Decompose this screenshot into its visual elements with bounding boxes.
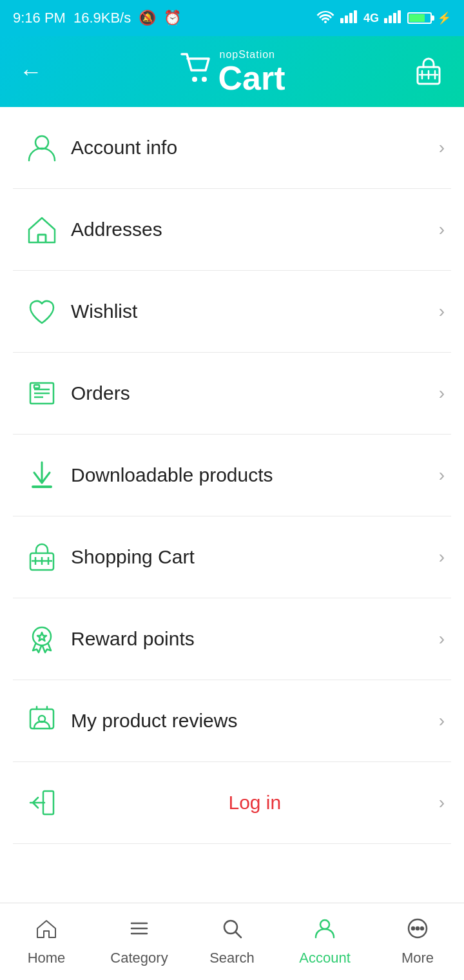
svg-rect-21 — [34, 385, 39, 388]
svg-line-36 — [236, 932, 241, 937]
wishlist-label: Wishlist — [71, 300, 439, 322]
svg-rect-16 — [38, 235, 46, 242]
chevron-right-icon: › — [439, 137, 445, 158]
menu-item-login[interactable]: Log in › — [13, 762, 451, 844]
speed: 16.9KB/s — [73, 10, 131, 26]
svg-rect-22 — [32, 485, 52, 488]
heart-icon — [19, 289, 64, 334]
downloadable-products-label: Downloadable products — [71, 464, 439, 486]
signal-icon — [340, 9, 358, 27]
basket-icon — [19, 534, 64, 580]
account-nav-label: Account — [299, 950, 351, 966]
header-cart-button[interactable] — [412, 55, 445, 88]
status-bar: 9:16 PM 16.9KB/s 🔕 ⏰ 4G — [0, 0, 464, 36]
wifi-icon — [316, 9, 335, 27]
menu-item-addresses[interactable]: Addresses › — [13, 189, 451, 271]
svg-point-39 — [412, 927, 414, 930]
nav-search[interactable]: Search — [186, 917, 278, 966]
alarm-icon: ⏰ — [164, 10, 181, 26]
menu-item-downloadable-products[interactable]: Downloadable products › — [13, 435, 451, 516]
account-nav-icon — [313, 917, 336, 946]
battery-icon — [407, 12, 432, 24]
svg-rect-29 — [30, 709, 53, 729]
reward-points-label: Reward points — [71, 628, 439, 650]
time: 9:16 PM — [13, 10, 66, 26]
network-type: 4G — [363, 12, 379, 25]
status-left: 9:16 PM 16.9KB/s 🔕 ⏰ — [13, 10, 181, 26]
nav-more[interactable]: More — [371, 917, 464, 966]
nav-category[interactable]: Category — [93, 917, 186, 966]
chevron-right-icon: › — [439, 792, 445, 813]
nav-home[interactable]: Home — [0, 917, 93, 966]
category-nav-icon — [128, 917, 151, 946]
svg-point-28 — [33, 627, 51, 645]
logo-cart-icon — [179, 51, 214, 83]
product-reviews-label: My product reviews — [71, 710, 439, 732]
bottom-navigation: Home Category Search Account — [0, 903, 464, 980]
login-icon — [19, 780, 64, 825]
account-menu: Account info › Addresses › Wishlist › — [0, 107, 464, 844]
home-icon — [19, 207, 64, 252]
mute-icon: 🔕 — [139, 10, 156, 26]
svg-rect-4 — [384, 18, 387, 23]
download-icon — [19, 453, 64, 498]
svg-rect-5 — [389, 15, 392, 23]
reviews-icon — [19, 698, 64, 743]
chevron-right-icon: › — [439, 219, 445, 240]
svg-point-40 — [416, 927, 419, 930]
chevron-right-icon: › — [439, 465, 445, 485]
svg-point-8 — [192, 77, 197, 82]
person-icon — [19, 125, 64, 170]
back-arrow-icon: ← — [19, 58, 43, 85]
category-nav-label: Category — [110, 950, 168, 966]
login-label: Log in — [71, 792, 439, 814]
chevron-right-icon: › — [439, 547, 445, 567]
svg-point-9 — [202, 77, 207, 82]
svg-rect-0 — [340, 18, 343, 23]
svg-point-37 — [320, 920, 329, 929]
menu-item-product-reviews[interactable]: My product reviews › — [13, 680, 451, 762]
svg-rect-6 — [393, 13, 396, 23]
svg-point-15 — [35, 136, 48, 149]
brand-large: Cart — [218, 61, 285, 95]
status-right: 4G ⚡ — [316, 9, 451, 27]
charge-icon: ⚡ — [437, 11, 451, 25]
orders-label: Orders — [71, 382, 439, 404]
chevron-right-icon: › — [439, 383, 445, 404]
search-nav-label: Search — [209, 950, 255, 966]
svg-rect-7 — [398, 10, 401, 23]
signal2-icon — [384, 9, 402, 27]
cart-basket-icon — [412, 55, 445, 88]
reward-icon — [19, 616, 64, 662]
home-nav-icon — [35, 917, 58, 946]
shopping-cart-label: Shopping Cart — [71, 546, 439, 568]
svg-rect-3 — [354, 10, 357, 23]
chevron-right-icon: › — [439, 710, 445, 731]
menu-item-account-info[interactable]: Account info › — [13, 107, 451, 189]
menu-item-shopping-cart[interactable]: Shopping Cart › — [13, 516, 451, 598]
back-button[interactable]: ← — [19, 58, 52, 85]
svg-point-41 — [421, 927, 423, 930]
more-nav-icon — [406, 917, 429, 946]
chevron-right-icon: › — [439, 629, 445, 649]
orders-icon — [19, 371, 64, 416]
more-nav-label: More — [401, 950, 434, 966]
chevron-right-icon: › — [439, 301, 445, 322]
logo: nopStation Cart — [179, 48, 285, 94]
search-nav-icon — [220, 917, 244, 946]
menu-item-orders[interactable]: Orders › — [13, 353, 451, 435]
svg-rect-1 — [345, 15, 348, 23]
menu-item-reward-points[interactable]: Reward points › — [13, 598, 451, 680]
app-header: ← nopStation Cart — [0, 36, 464, 107]
svg-rect-2 — [349, 13, 353, 23]
nav-account[interactable]: Account — [278, 917, 371, 966]
menu-item-wishlist[interactable]: Wishlist › — [13, 271, 451, 353]
svg-point-35 — [224, 921, 237, 934]
home-nav-label: Home — [28, 950, 66, 966]
account-info-label: Account info — [71, 137, 439, 159]
addresses-label: Addresses — [71, 219, 439, 240]
